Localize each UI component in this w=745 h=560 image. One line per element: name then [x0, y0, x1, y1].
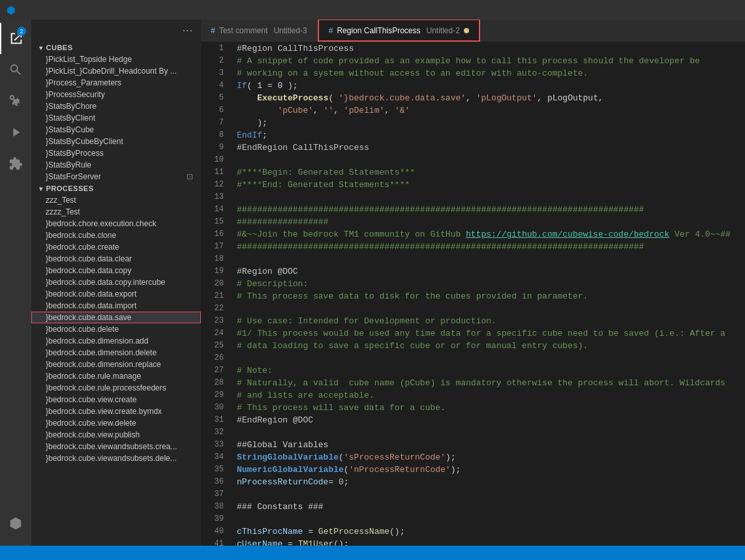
- line-num-27: 27: [201, 364, 224, 377]
- item-text: }StatsForServer: [46, 172, 187, 181]
- menu-file[interactable]: [22, 8, 33, 11]
- sidebar-item-process-2[interactable]: }bedrock.chore.execution.check: [31, 218, 201, 229]
- section-cubes[interactable]: ▾ CUBES: [31, 42, 201, 53]
- code-line-13: [237, 191, 745, 203]
- line-num-15: 15: [201, 216, 224, 228]
- tab-untitled2[interactable]: # Region CallThisProcess Untitled-2: [318, 20, 480, 42]
- line-num-5: 5: [201, 92, 224, 104]
- sidebar-item-cube-5[interactable]: }StatsByClient: [31, 112, 201, 124]
- sidebar-item-process-16[interactable]: }bedrock.cube.rule.manage: [31, 370, 201, 382]
- sidebar-item-process-0[interactable]: zzz_Test: [31, 194, 201, 206]
- sidebar-item-process-7[interactable]: }bedrock.cube.data.copy.intercube: [31, 276, 201, 288]
- code-line-19: #Region @DOC: [237, 265, 745, 278]
- tab-untitled3[interactable]: # Test comment Untitled-3: [201, 20, 318, 42]
- sidebar-item-process-5[interactable]: }bedrock.cube.data.clear: [31, 253, 201, 265]
- line-num-17: 17: [201, 241, 224, 253]
- processes-chevron-icon: ▾: [39, 185, 43, 192]
- code-line-1: #Region CallThisProcess: [237, 42, 745, 55]
- line-num-10: 10: [201, 154, 224, 166]
- editor[interactable]: 1234567891011121314151617181920212223242…: [201, 42, 745, 546]
- sidebar-item-cube-7[interactable]: }StatsByCubeByClient: [31, 136, 201, 147]
- item-text: }Process_Parameters: [46, 78, 193, 87]
- status-bar: [0, 546, 745, 560]
- sidebar-item-cube-8[interactable]: }StatsByProcess: [31, 147, 201, 159]
- item-text: }bedrock.cube.dimension.delete: [46, 348, 193, 357]
- menu-selection[interactable]: [46, 8, 56, 11]
- cubes-chevron-icon: ▾: [39, 44, 43, 52]
- item-text: }bedrock.cube.delete: [46, 325, 193, 334]
- line-num-6: 6: [201, 104, 224, 117]
- menu-view[interactable]: [57, 8, 68, 11]
- run-activity-icon[interactable]: [0, 117, 31, 148]
- sidebar-item-process-3[interactable]: }bedrock.cube.clone: [31, 229, 201, 241]
- sidebar-item-cube-1[interactable]: }PickList_}CubeDrill_Headcount By ...: [31, 65, 201, 77]
- section-processes[interactable]: ▾ PROCESSES: [31, 183, 201, 194]
- code-line-22: [237, 302, 745, 315]
- line-num-8: 8: [201, 129, 224, 141]
- sidebar-item-process-14[interactable]: }bedrock.cube.dimension.delete: [31, 347, 201, 359]
- sidebar-item-process-21[interactable]: }bedrock.cube.view.publish: [31, 429, 201, 441]
- item-text: }bedrock.cube.data.export: [46, 289, 193, 299]
- code-line-31: #EndRegion @DOC: [237, 414, 745, 426]
- item-text: }bedrock.chore.execution.check: [46, 219, 193, 228]
- source-control-activity-icon[interactable]: [0, 85, 31, 117]
- sidebar-item-process-9[interactable]: }bedrock.cube.data.import: [31, 300, 201, 312]
- sidebar-item-process-1[interactable]: zzzz_Test: [31, 206, 201, 218]
- line-num-29: 29: [201, 389, 224, 402]
- tab-untitled2-icon: #: [329, 26, 333, 35]
- item-text: }bedrock.cube.view.create: [46, 395, 193, 404]
- code-line-41: cUserName = TM1User();: [237, 538, 745, 546]
- sidebar-item-cube-9[interactable]: }StatsByRule: [31, 159, 201, 171]
- sidebar-item-process-11[interactable]: }bedrock.cube.delete: [31, 323, 201, 335]
- sidebar-item-cube-3[interactable]: }ProcessSecurity: [31, 89, 201, 100]
- code-line-23: # Use case: Intended for Development or …: [237, 315, 745, 327]
- code-line-12: #****End: Generated Statements****: [237, 179, 745, 191]
- extensions-activity-icon[interactable]: [0, 148, 31, 179]
- code-line-5: ExecuteProcess( '}bedrock.cube.data.save…: [237, 92, 745, 104]
- line-num-12: 12: [201, 179, 224, 191]
- sidebar-item-process-20[interactable]: }bedrock.cube.view.delete: [31, 417, 201, 429]
- menu-go[interactable]: [69, 8, 80, 11]
- tab-bar: # Test comment Untitled-3 # Region CallT…: [201, 20, 745, 42]
- code-line-35: NumericGlobalVariable('nProcessReturnCod…: [237, 464, 745, 476]
- sidebar-more-icon[interactable]: ···: [183, 25, 193, 37]
- sidebar-item-process-18[interactable]: }bedrock.cube.view.create: [31, 394, 201, 405]
- code-editor[interactable]: #Region CallThisProcess# A snippet of co…: [230, 42, 745, 546]
- sidebar-item-process-13[interactable]: }bedrock.cube.dimension.add: [31, 335, 201, 347]
- item-text: }bedrock.cube.clone: [46, 231, 193, 240]
- sidebar-item-process-23[interactable]: }bedrock.cube.viewandsubsets.dele...: [31, 452, 201, 464]
- menu-help[interactable]: [104, 8, 115, 11]
- line-num-21: 21: [201, 290, 224, 302]
- sidebar-item-cube-6[interactable]: }StatsByCube: [31, 124, 201, 136]
- search-activity-icon[interactable]: [0, 54, 31, 85]
- sidebar-item-cube-10[interactable]: }StatsForServer⊡: [31, 171, 201, 183]
- tab-untitled2-label: Region CallThisProcess: [337, 26, 420, 35]
- processes-tree: zzz_Testzzzz_Test}bedrock.chore.executio…: [31, 194, 201, 464]
- vscode-icon: ⬢: [7, 4, 16, 16]
- code-line-38: ### Constants ###: [237, 501, 745, 513]
- cube-activity-icon[interactable]: [0, 508, 31, 539]
- sidebar-item-process-6[interactable]: }bedrock.cube.data.copy: [31, 265, 201, 276]
- tab-untitled3-label: Test comment: [219, 26, 268, 35]
- sidebar-item-cube-0[interactable]: }PickList_Topside Hedge: [31, 53, 201, 65]
- menu-edit[interactable]: [34, 8, 44, 11]
- sidebar-item-cube-2[interactable]: }Process_Parameters: [31, 77, 201, 89]
- line-num-20: 20: [201, 278, 224, 290]
- menu-run[interactable]: [81, 8, 91, 11]
- item-text: }bedrock.cube.viewandsubsets.dele...: [46, 454, 193, 463]
- sidebar-item-process-8[interactable]: }bedrock.cube.data.export: [31, 288, 201, 300]
- line-num-37: 37: [201, 488, 224, 501]
- line-num-1: 1: [201, 42, 224, 55]
- sidebar-item-process-17[interactable]: }bedrock.cube.rule.processfeeders: [31, 382, 201, 394]
- item-text: }bedrock.cube.data.copy.intercube: [46, 278, 193, 287]
- sidebar-item-process-19[interactable]: }bedrock.cube.view.create.bymdx: [31, 405, 201, 417]
- menu-terminal[interactable]: [93, 8, 103, 11]
- save-file-icon: ⊡: [187, 172, 193, 181]
- sidebar-item-process-22[interactable]: }bedrock.cube.viewandsubsets.crea...: [31, 441, 201, 452]
- explorer-activity-icon[interactable]: 2: [0, 23, 31, 54]
- sidebar-item-cube-4[interactable]: }StatsByChore: [31, 100, 201, 112]
- code-line-6: 'pCube', '', 'pDelim', '&': [237, 104, 745, 117]
- sidebar-item-process-10[interactable]: }bedrock.cube.data.save: [31, 312, 201, 323]
- sidebar-item-process-15[interactable]: }bedrock.cube.dimension.replace: [31, 359, 201, 370]
- sidebar-item-process-4[interactable]: }bedrock.cube.create: [31, 241, 201, 253]
